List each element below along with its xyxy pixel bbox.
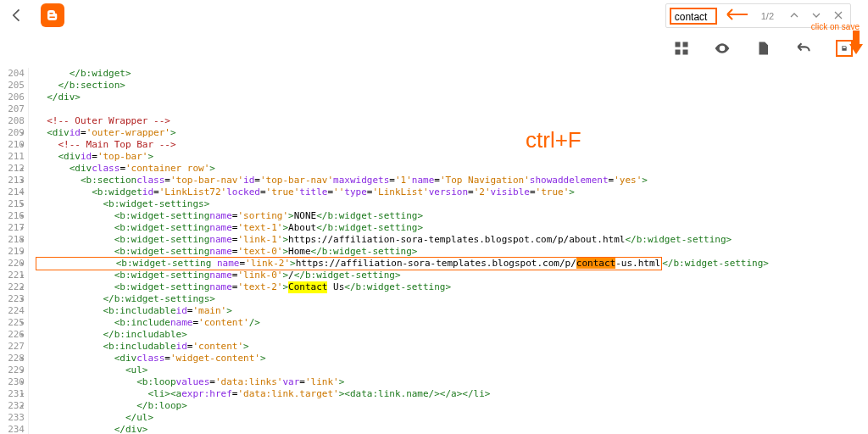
gutter-line: 219 ▾ (0, 246, 25, 258)
toolbar (0, 31, 868, 66)
gutter-line: 226 (0, 329, 25, 341)
code-line[interactable]: </b:widget> (36, 68, 868, 80)
code-line[interactable]: <ul> (36, 364, 868, 376)
gutter-line: 204 (0, 68, 25, 80)
find-input[interactable] (675, 11, 712, 23)
gutter-line: 222 ▾ (0, 281, 25, 293)
gutter-line: 234 (0, 424, 25, 434)
code-line[interactable]: </b:widget-settings> (36, 293, 868, 305)
code-line[interactable]: <!-- Outer Wrapper --> (36, 115, 868, 127)
code-line[interactable]: <b:widget id='LinkList72' locked='true' … (36, 186, 868, 198)
gutter-line: 225 ▾ (0, 317, 25, 329)
gutter-line: 215 ▾ (0, 198, 25, 210)
code-line[interactable]: </b:loop> (36, 400, 868, 412)
code-line[interactable]: <li><a expr:href='data:link.target'><dat… (36, 388, 868, 400)
find-prev-icon[interactable] (786, 9, 803, 23)
find-count: 1/2 (761, 11, 774, 21)
code-line[interactable]: <div id='top-bar'> (36, 151, 868, 163)
code-line[interactable]: <b:include name='content'/> (36, 317, 868, 329)
blogger-logo-icon (41, 3, 64, 27)
gutter-line: 209 ▾ (0, 127, 25, 139)
preview-icon[interactable] (714, 40, 731, 57)
code-line[interactable] (36, 103, 868, 115)
find-input-wrap (670, 8, 717, 25)
gutter-line: 221 ▾ (0, 270, 25, 281)
code-line[interactable]: <b:widget-setting name='link-1'>https://… (36, 234, 868, 246)
document-icon[interactable] (754, 40, 771, 57)
gutter-line: 233 (0, 412, 25, 424)
ctrl-f-annotation: ctrl+F (526, 127, 581, 153)
svg-rect-3 (683, 50, 688, 55)
code-line[interactable]: <div id='outer-wrapper'> (36, 127, 868, 139)
gutter-line: 231 ▾ (0, 388, 25, 400)
svg-rect-1 (683, 42, 688, 47)
code-line[interactable]: <b:section class='top-bar-nav' id='top-b… (36, 175, 868, 186)
code-line[interactable]: <div class='widget-content'> (36, 353, 868, 364)
gutter-line: 216 ▾ (0, 210, 25, 222)
code-line[interactable]: </ul> (36, 412, 868, 424)
code-line[interactable]: <b:includable id='main'> (36, 305, 868, 317)
code-line[interactable]: </b:section> (36, 80, 868, 92)
code-editor[interactable]: 204205206207208 ▾209 ▾210211 ▾212 ▾213 ▾… (0, 68, 868, 434)
find-next-icon[interactable] (808, 9, 825, 23)
gutter-line: 207 (0, 103, 25, 115)
arrow-down-annotation-icon (849, 31, 863, 59)
find-close-icon[interactable] (830, 9, 847, 23)
gutter-line: 205 (0, 80, 25, 92)
code-line[interactable]: <b:widget-setting name='text-2'>Contact … (36, 281, 868, 293)
gutter-line: 230 ▾ (0, 376, 25, 388)
gutter-line: 220 ▾ (0, 258, 25, 270)
gutter-line: 206 (0, 92, 25, 103)
gutter-line: 214 ▾ (0, 186, 25, 198)
code-line[interactable]: <b:widget-settings> (36, 198, 868, 210)
gutter-line: 210 (0, 139, 25, 151)
code-line[interactable]: <div class='container row'> (36, 163, 868, 175)
code-line[interactable]: <b:widget-setting name='text-0'>Home</b:… (36, 246, 868, 258)
gutter-line: 229 ▾ (0, 364, 25, 376)
code-line[interactable]: </b:includable> (36, 329, 868, 341)
gutter-line: 217 ▾ (0, 222, 25, 234)
code-line[interactable]: <b:widget-setting name='link-2'>https://… (36, 258, 868, 270)
svg-rect-0 (676, 42, 681, 47)
code-line[interactable]: <b:widget-setting name='sorting'>NONE</b… (36, 210, 868, 222)
header-bar: 1/2 (0, 0, 868, 31)
gutter-line: 227 ▾ (0, 341, 25, 353)
gutter-line: 213 ▾ (0, 175, 25, 186)
code-line[interactable]: <b:widget-setting name='text-1'>About</b… (36, 222, 868, 234)
gutter-line: 223 (0, 293, 25, 305)
code-line[interactable]: </div> (36, 92, 868, 103)
code-line[interactable]: <!-- Main Top Bar --> (36, 139, 868, 151)
back-arrow-icon[interactable] (7, 5, 27, 25)
gutter: 204205206207208 ▾209 ▾210211 ▾212 ▾213 ▾… (0, 68, 29, 434)
gutter-line: 232 (0, 400, 25, 412)
undo-icon[interactable] (795, 40, 812, 57)
gutter-line: 211 ▾ (0, 151, 25, 163)
gutter-line: 212 ▾ (0, 163, 25, 175)
code-area[interactable]: </b:widget> </b:section> </div> <!-- Out… (29, 68, 868, 434)
code-line[interactable]: </div> (36, 424, 868, 434)
svg-rect-2 (676, 50, 681, 55)
widgets-icon[interactable] (673, 40, 690, 57)
arrow-left-annotation-icon (726, 6, 749, 25)
gutter-line: 224 ▾ (0, 305, 25, 317)
code-line[interactable]: <b:loop values='data:links' var='link'> (36, 376, 868, 388)
code-line[interactable]: <b:includable id='content'> (36, 341, 868, 353)
gutter-line: 218 ▾ (0, 234, 25, 246)
gutter-line: 228 ▾ (0, 353, 25, 364)
gutter-line: 208 ▾ (0, 115, 25, 127)
code-line[interactable]: <b:widget-setting name='link-0'>/</b:wid… (36, 270, 868, 281)
